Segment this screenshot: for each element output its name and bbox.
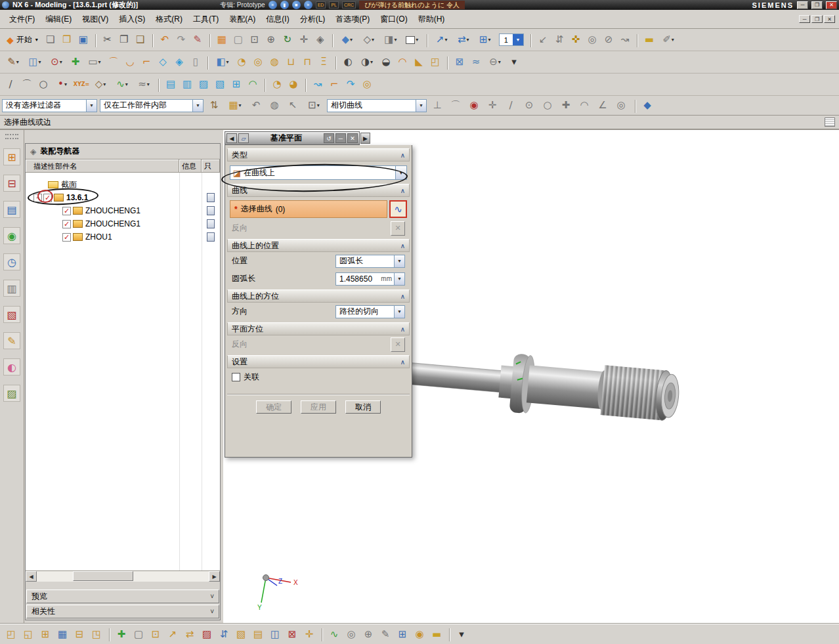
collapse-icon[interactable]	[400, 242, 405, 249]
close-component-icon[interactable]: ⊟	[72, 626, 87, 642]
corner-icon[interactable]: ⌐	[326, 77, 342, 93]
interference-icon[interactable]: ⊠	[284, 626, 300, 642]
dialog-back-button[interactable]	[226, 133, 237, 143]
extension-icon[interactable]: ◔	[269, 77, 285, 93]
work-layer-combo[interactable]: 1	[499, 33, 524, 46]
plane-orientation-section-header[interactable]: 平面方位	[227, 322, 410, 335]
studio-spline-icon[interactable]: ◠	[245, 77, 261, 93]
overflow-icon[interactable]: ▾	[454, 626, 469, 642]
horizontal-scrollbar[interactable]	[26, 570, 220, 582]
mdi-restore-button[interactable]	[811, 15, 823, 23]
recorder-prev-button[interactable]: «	[269, 1, 277, 9]
sheet-icon[interactable]: ▯	[188, 54, 204, 70]
face-icon[interactable]: ◈	[171, 54, 187, 70]
component-label[interactable]: 13.6.1	[66, 193, 88, 202]
save-icon[interactable]: ▣	[75, 32, 91, 48]
scroll-left-button[interactable]	[26, 571, 37, 582]
dialog-minimize-button[interactable]	[335, 133, 346, 143]
select-curve-field[interactable]: * 选择曲线 (0)	[230, 200, 387, 218]
curve-rule-combo[interactable]: 相切曲线	[327, 99, 427, 112]
extrude-icon[interactable]: ◧	[212, 54, 233, 70]
background-swatch-icon[interactable]	[402, 32, 423, 48]
recorder-pause-button[interactable]: ▮	[280, 1, 289, 9]
boss-icon[interactable]: ◍	[267, 54, 282, 70]
dialog-reset-button[interactable]	[324, 133, 334, 143]
chamfer-icon[interactable]: ◣	[411, 54, 427, 70]
expander-icon[interactable]	[33, 194, 42, 202]
snap-pair-icon[interactable]: ⇅	[206, 98, 222, 114]
navigator-tree[interactable]: 截面 13.6.1 ZHOUCHENG1 ZHOUCHENG1	[26, 173, 220, 570]
menu-item[interactable]: 编辑(E)	[40, 12, 77, 27]
previous-selection-icon[interactable]: ↶	[248, 98, 264, 114]
orientation-section-header[interactable]: 曲线上的方位	[227, 290, 410, 303]
suppress-component-icon[interactable]: ▨	[199, 626, 215, 642]
pad-icon[interactable]: ⊓	[299, 54, 315, 70]
column-header-info[interactable]: 信息	[179, 160, 202, 172]
ruled-icon[interactable]: ▤	[163, 77, 179, 93]
point-curve-icon[interactable]: •	[52, 77, 73, 93]
rotate-view-icon[interactable]: ↻	[280, 32, 295, 48]
offset-curve-icon[interactable]: ≈	[133, 77, 154, 93]
menu-item[interactable]: 插入(S)	[114, 12, 150, 27]
command-finder-icon[interactable]: ✎	[190, 32, 205, 48]
profile-icon[interactable]: ⌐	[139, 54, 154, 70]
pattern-component-icon[interactable]: ⊡	[148, 626, 163, 642]
snap-quadrant-icon[interactable]: ○	[540, 98, 555, 114]
point-icon[interactable]: ⊙	[46, 54, 67, 70]
snap-endpoint-icon[interactable]: ∕	[503, 98, 519, 114]
no-selection-icon[interactable]: ⊘	[601, 32, 616, 48]
render-style-icon[interactable]: ◨	[380, 32, 401, 48]
spline-tool-icon[interactable]: ◉	[412, 626, 427, 642]
stop-short-icon[interactable]: ⊥	[429, 98, 445, 114]
component-label[interactable]: 截面	[61, 179, 77, 190]
menu-item[interactable]: 帮助(H)	[413, 12, 450, 27]
select-curve-button[interactable]: ∿	[389, 200, 407, 218]
component-label[interactable]: ZHOUCHENG1	[85, 206, 140, 215]
bridge-icon[interactable]: ↝	[310, 77, 326, 93]
chevron-down-icon[interactable]	[395, 166, 406, 179]
scroll-right-button[interactable]	[209, 571, 220, 582]
emboss-icon[interactable]: Ξ	[316, 54, 332, 70]
curve-section-header[interactable]: 曲线	[227, 184, 410, 197]
circle-icon[interactable]: ○	[35, 77, 51, 93]
snap-point-on-curve-icon[interactable]: ◎	[613, 98, 629, 114]
sketch-icon[interactable]: ✎	[3, 54, 24, 70]
tube-icon[interactable]: ◎	[359, 77, 375, 93]
open-component-icon[interactable]: ◱	[20, 626, 36, 642]
sequence-icon[interactable]: ▤	[250, 626, 266, 642]
work-part-icon[interactable]: ◳	[89, 626, 104, 642]
manufacturing-wizard-icon[interactable]: ✎	[3, 332, 20, 349]
component-checkbox[interactable]	[43, 194, 52, 202]
component-checkbox[interactable]	[62, 207, 71, 215]
sew-icon[interactable]: ≈	[468, 54, 484, 70]
wireframe-display-icon[interactable]: ◇	[358, 32, 379, 48]
chevron-down-icon[interactable]	[394, 273, 404, 285]
trim-body-icon[interactable]: ⊠	[452, 54, 467, 70]
component-checkbox[interactable]	[62, 233, 71, 242]
measure-ruler-icon[interactable]: ▬	[641, 32, 657, 48]
arc-icon[interactable]: ⌒	[106, 54, 121, 70]
magnify-icon[interactable]: ◉	[466, 98, 482, 114]
center-view-icon[interactable]: ⊞	[395, 626, 410, 642]
column-header-readonly[interactable]: 只	[202, 160, 220, 172]
menu-item[interactable]: 视图(V)	[77, 12, 114, 27]
replace-component-icon[interactable]: ⇄	[182, 626, 198, 642]
add-component-icon[interactable]: ✚	[114, 626, 129, 642]
collapse-icon[interactable]	[400, 152, 405, 159]
fit-window-icon[interactable]: ▦	[54, 626, 70, 642]
location-section-header[interactable]: 曲线上的位置	[227, 239, 410, 252]
associative-checkbox[interactable]	[232, 373, 240, 381]
copy-icon[interactable]: ❐	[116, 32, 132, 48]
dialog-forward-button[interactable]	[360, 133, 370, 144]
n-sided-icon[interactable]: ▧	[212, 77, 228, 93]
component-checkbox[interactable]	[62, 220, 71, 228]
dialog-close-button[interactable]	[347, 133, 358, 143]
wave-link-icon[interactable]: ∿	[326, 626, 342, 642]
studio-surface-icon[interactable]: ◇	[155, 54, 171, 70]
column-header-name[interactable]: 描述性部件名	[26, 160, 179, 172]
find-component-icon[interactable]: ◰	[3, 626, 19, 642]
selection-filter-combo[interactable]: 没有选择过滤器	[2, 99, 97, 112]
grid-snap-icon[interactable]: ▦	[225, 98, 246, 114]
menu-item[interactable]: 文件(F)	[4, 12, 40, 27]
open-file-icon[interactable]: ❒	[59, 32, 75, 48]
